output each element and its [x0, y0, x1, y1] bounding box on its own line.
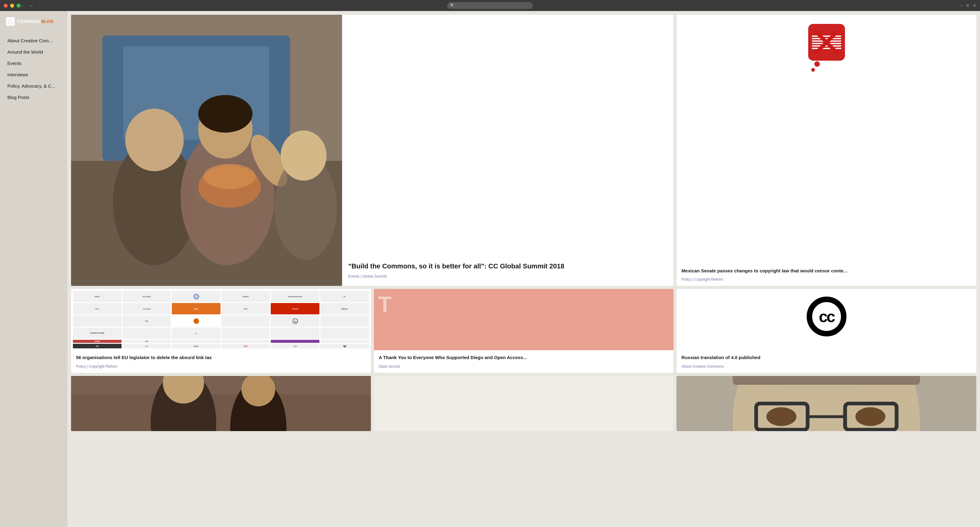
app-body: COMMONSBLOG About Creative Com... Around… [0, 11, 980, 527]
logo-co: co [172, 328, 221, 339]
logo-eco: eco [123, 344, 171, 349]
window-actions: − ✕ ✕ [960, 3, 976, 8]
svg-point-7 [125, 108, 184, 171]
article-grid: "Build the Commons, so it is better for … [71, 15, 976, 431]
logo-orange [194, 318, 199, 324]
svg-point-38 [767, 407, 797, 426]
card-meta: About Creative Commons [681, 364, 971, 369]
svg-point-18 [194, 294, 199, 299]
address-bar[interactable]: 🔍 [447, 2, 533, 9]
logo-empty9 [221, 340, 270, 343]
logo-commons: COMMONS [17, 19, 41, 24]
card-meta: Policy | Copyright Reform [681, 277, 971, 282]
logo-igel: IGEL [172, 303, 221, 314]
card-image-face [676, 376, 976, 431]
logo-apti: ApTi [221, 303, 270, 314]
svg-rect-25 [71, 394, 371, 431]
sidebar-item-blog-posts[interactable]: Blog Posts [0, 92, 67, 103]
card-image-stone-wall [71, 376, 371, 431]
logo-grid: ENEF EuroISPA AEEPP Bundesministerium an… [71, 289, 371, 350]
card-link-tax[interactable]: ENEF EuroISPA AEEPP Bundesministerium an… [71, 289, 371, 373]
svg-point-15 [204, 164, 255, 189]
logo-empty8 [172, 340, 221, 343]
logo-eu [172, 291, 221, 302]
logo-enef: ENEF [73, 291, 122, 302]
speech-bubble [808, 24, 845, 61]
logo-ministry: Bundesministerium [271, 291, 320, 302]
logo-reiher: reiher [73, 303, 122, 314]
card-meta: Policy | Copyright Reform [76, 364, 366, 369]
logo-an: an [320, 291, 369, 302]
card-image-cc-logo: cc [676, 289, 976, 344]
people-photo-svg [71, 15, 342, 286]
card-meta: Events | Global Summit [348, 274, 667, 279]
close-button[interactable] [4, 4, 8, 8]
logo-centrum: CENTRUM CYFROWE [73, 328, 122, 339]
search-input[interactable] [457, 3, 530, 8]
card-bottom-2[interactable] [374, 376, 674, 431]
logo-article19: Article19 [271, 303, 320, 314]
logo-cc: cc [271, 315, 320, 326]
svg-marker-0 [8, 19, 13, 24]
logo-icon [6, 17, 15, 26]
window-controls [4, 4, 21, 8]
x-svg [813, 29, 840, 56]
logo-open: OPEN [73, 340, 122, 343]
sidebar-item-around-the-world[interactable]: Around the World [0, 46, 67, 57]
face-svg [676, 376, 976, 431]
logo-purple [271, 340, 320, 343]
close-x-icon[interactable]: ✕ [973, 3, 976, 8]
card-bottom-1[interactable] [71, 376, 371, 431]
titlebar: ← → 🔍 − ✕ ✕ [0, 0, 980, 11]
card-diego[interactable]: T A Thank You to Everyone Who Supported … [374, 289, 674, 373]
logo-empty2 [221, 315, 270, 326]
card-body-link-tax: 56 organisations tell EU legislator to d… [71, 350, 371, 373]
logo-edima: EDiMA [172, 344, 221, 349]
card-bottom-3[interactable] [676, 376, 976, 431]
sidebar-nav: About Creative Com... Around the World E… [0, 35, 67, 103]
logo-text: COMMONSBLOG [17, 19, 54, 24]
card-mexican-senate[interactable]: Mexican Senate passes changes to copyrig… [676, 15, 976, 286]
back-button[interactable]: ← [18, 2, 26, 9]
logo-empty1 [73, 315, 122, 326]
card-global-summit[interactable]: "Build the Commons, so it is better for … [71, 15, 673, 286]
sidebar-item-policy[interactable]: Policy, Advocacy, & C... [0, 80, 67, 92]
salmon-letter-t: T [378, 293, 392, 315]
bubble-x-mark [810, 33, 844, 51]
svg-rect-34 [733, 376, 920, 385]
minimize-button[interactable] [10, 4, 14, 8]
sidebar-logo: COMMONSBLOG [0, 17, 67, 35]
logo-aeepp: AEEPP [221, 291, 270, 302]
sidebar-item-interviews[interactable]: Interviews [0, 69, 67, 80]
card-image-wrap [71, 15, 342, 286]
logo-empty3 [320, 315, 369, 326]
stone-wall-svg [71, 376, 371, 431]
logo-vpn: VPN [73, 344, 122, 349]
minimize-icon[interactable]: − [960, 3, 963, 8]
logo-kei: KEI [123, 315, 171, 326]
card-body-global-summit: "Build the Commons, so it is better for … [342, 15, 673, 286]
logo-empty4 [123, 328, 171, 339]
restore-icon[interactable]: ✕ [966, 3, 970, 8]
card-image-plain [374, 376, 674, 431]
bubble-lines [812, 35, 841, 49]
sidebar-item-about[interactable]: About Creative Com... [0, 35, 67, 46]
logo-edri: EDRi [221, 344, 270, 349]
card-body-diego: A Thank You to Everyone Who Supported Di… [374, 350, 674, 373]
main-content: "Build the Commons, so it is better for … [67, 11, 980, 527]
sidebar-item-events[interactable]: Events [0, 57, 67, 69]
nav-arrows: ← → [18, 2, 35, 9]
logo-bitkom: bitkom [320, 303, 369, 314]
svg-point-39 [855, 407, 885, 426]
card-title: Russian translation of 4.0 published [681, 355, 971, 361]
svg-text:cc: cc [294, 320, 297, 323]
card-title: "Build the Commons, so it is better for … [348, 262, 667, 271]
svg-point-19 [195, 295, 197, 298]
forward-button[interactable]: → [27, 2, 35, 9]
logo-gutenberg: Gutenberg [123, 303, 171, 314]
logo-butterfly: 🦋 [320, 344, 369, 349]
card-russian-translation[interactable]: cc Russian translation of 4.0 published … [676, 289, 976, 373]
svg-point-13 [280, 131, 326, 180]
svg-rect-31 [374, 376, 674, 431]
card-meta: Open access [379, 364, 669, 369]
